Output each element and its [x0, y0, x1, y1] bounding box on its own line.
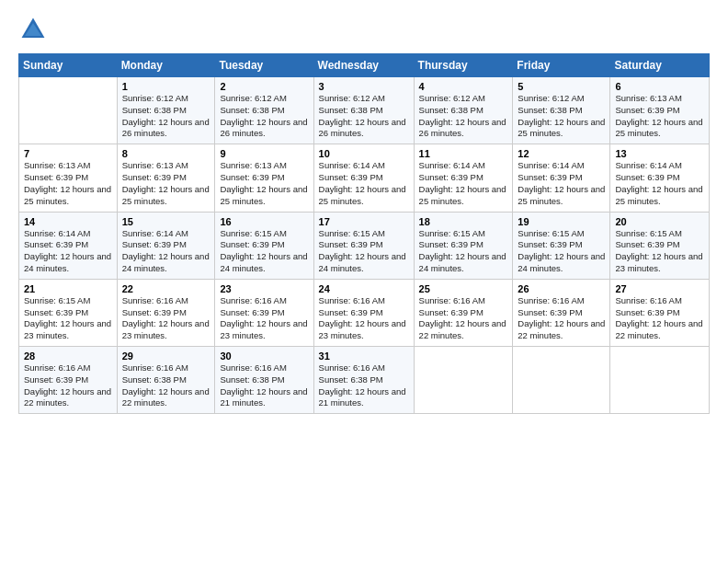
day-number: 3	[319, 81, 409, 92]
day-number: 20	[615, 216, 704, 227]
day-cell: 13Sunrise: 6:14 AM Sunset: 6:39 PM Dayli…	[610, 144, 710, 212]
day-info: Sunrise: 6:16 AM Sunset: 6:39 PM Dayligh…	[220, 295, 308, 342]
day-cell: 14Sunrise: 6:14 AM Sunset: 6:39 PM Dayli…	[19, 212, 118, 279]
day-cell	[19, 77, 118, 144]
day-info: Sunrise: 6:12 AM Sunset: 6:38 PM Dayligh…	[319, 93, 409, 140]
logo	[18, 15, 51, 44]
week-row-0: 1Sunrise: 6:12 AM Sunset: 6:38 PM Daylig…	[19, 77, 710, 144]
day-info: Sunrise: 6:12 AM Sunset: 6:38 PM Dayligh…	[122, 93, 210, 140]
day-cell	[610, 347, 710, 414]
day-number: 23	[220, 283, 308, 294]
header-cell-thursday: Thursday	[414, 54, 513, 77]
day-number: 30	[220, 350, 308, 362]
day-cell: 27Sunrise: 6:16 AM Sunset: 6:39 PM Dayli…	[610, 279, 710, 346]
day-number: 29	[122, 350, 210, 362]
day-number: 10	[319, 148, 409, 159]
day-cell: 4Sunrise: 6:12 AM Sunset: 6:38 PM Daylig…	[414, 77, 513, 144]
week-row-1: 7Sunrise: 6:13 AM Sunset: 6:39 PM Daylig…	[19, 144, 710, 212]
header-cell-sunday: Sunday	[19, 54, 118, 77]
day-info: Sunrise: 6:16 AM Sunset: 6:39 PM Dayligh…	[24, 362, 112, 409]
day-info: Sunrise: 6:14 AM Sunset: 6:39 PM Dayligh…	[615, 160, 704, 207]
day-info: Sunrise: 6:16 AM Sunset: 6:38 PM Dayligh…	[319, 362, 409, 409]
day-cell: 25Sunrise: 6:16 AM Sunset: 6:39 PM Dayli…	[414, 279, 513, 346]
day-number: 2	[220, 81, 308, 92]
day-cell: 21Sunrise: 6:15 AM Sunset: 6:39 PM Dayli…	[19, 279, 118, 346]
header-cell-saturday: Saturday	[610, 54, 710, 77]
day-number: 28	[24, 350, 112, 362]
day-info: Sunrise: 6:16 AM Sunset: 6:39 PM Dayligh…	[122, 295, 210, 342]
week-row-3: 21Sunrise: 6:15 AM Sunset: 6:39 PM Dayli…	[19, 279, 710, 346]
day-number: 4	[419, 81, 508, 92]
day-cell: 9Sunrise: 6:13 AM Sunset: 6:39 PM Daylig…	[215, 144, 313, 212]
week-row-2: 14Sunrise: 6:14 AM Sunset: 6:39 PM Dayli…	[19, 212, 710, 279]
day-info: Sunrise: 6:15 AM Sunset: 6:39 PM Dayligh…	[419, 228, 508, 275]
header-cell-wednesday: Wednesday	[313, 54, 414, 77]
day-cell: 12Sunrise: 6:14 AM Sunset: 6:39 PM Dayli…	[513, 144, 610, 212]
day-info: Sunrise: 6:16 AM Sunset: 6:38 PM Dayligh…	[122, 362, 210, 409]
day-info: Sunrise: 6:12 AM Sunset: 6:38 PM Dayligh…	[518, 93, 605, 140]
day-number: 16	[220, 216, 308, 227]
day-number: 22	[122, 283, 210, 294]
day-number: 11	[419, 148, 508, 159]
day-number: 6	[615, 81, 704, 92]
day-info: Sunrise: 6:15 AM Sunset: 6:39 PM Dayligh…	[220, 228, 308, 275]
day-cell: 31Sunrise: 6:16 AM Sunset: 6:38 PM Dayli…	[313, 347, 414, 414]
day-info: Sunrise: 6:16 AM Sunset: 6:39 PM Dayligh…	[518, 295, 605, 342]
day-cell: 30Sunrise: 6:16 AM Sunset: 6:38 PM Dayli…	[215, 347, 313, 414]
day-info: Sunrise: 6:15 AM Sunset: 6:39 PM Dayligh…	[615, 228, 704, 275]
day-info: Sunrise: 6:14 AM Sunset: 6:39 PM Dayligh…	[319, 160, 409, 207]
week-row-4: 28Sunrise: 6:16 AM Sunset: 6:39 PM Dayli…	[19, 347, 710, 414]
day-number: 5	[518, 81, 605, 92]
day-info: Sunrise: 6:14 AM Sunset: 6:39 PM Dayligh…	[122, 228, 210, 275]
day-number: 1	[122, 81, 210, 92]
calendar-table: SundayMondayTuesdayWednesdayThursdayFrid…	[18, 53, 710, 414]
header	[18, 15, 710, 44]
day-cell: 15Sunrise: 6:14 AM Sunset: 6:39 PM Dayli…	[117, 212, 215, 279]
day-cell: 7Sunrise: 6:13 AM Sunset: 6:39 PM Daylig…	[19, 144, 118, 212]
day-info: Sunrise: 6:16 AM Sunset: 6:39 PM Dayligh…	[419, 295, 508, 342]
day-number: 15	[122, 216, 210, 227]
day-cell: 5Sunrise: 6:12 AM Sunset: 6:38 PM Daylig…	[513, 77, 610, 144]
header-row: SundayMondayTuesdayWednesdayThursdayFrid…	[19, 54, 710, 77]
day-info: Sunrise: 6:13 AM Sunset: 6:39 PM Dayligh…	[24, 160, 112, 207]
day-cell: 2Sunrise: 6:12 AM Sunset: 6:38 PM Daylig…	[215, 77, 313, 144]
header-cell-friday: Friday	[513, 54, 610, 77]
day-cell: 23Sunrise: 6:16 AM Sunset: 6:39 PM Dayli…	[215, 279, 313, 346]
day-cell: 1Sunrise: 6:12 AM Sunset: 6:38 PM Daylig…	[117, 77, 215, 144]
day-info: Sunrise: 6:15 AM Sunset: 6:39 PM Dayligh…	[319, 228, 409, 275]
day-info: Sunrise: 6:12 AM Sunset: 6:38 PM Dayligh…	[419, 93, 508, 140]
day-cell: 22Sunrise: 6:16 AM Sunset: 6:39 PM Dayli…	[117, 279, 215, 346]
day-number: 8	[122, 148, 210, 159]
day-info: Sunrise: 6:14 AM Sunset: 6:39 PM Dayligh…	[518, 160, 605, 207]
page: SundayMondayTuesdayWednesdayThursdayFrid…	[0, 0, 728, 423]
day-info: Sunrise: 6:13 AM Sunset: 6:39 PM Dayligh…	[122, 160, 210, 207]
day-cell: 18Sunrise: 6:15 AM Sunset: 6:39 PM Dayli…	[414, 212, 513, 279]
day-cell: 10Sunrise: 6:14 AM Sunset: 6:39 PM Dayli…	[313, 144, 414, 212]
day-number: 7	[24, 148, 112, 159]
day-number: 18	[419, 216, 508, 227]
day-number: 27	[615, 283, 704, 294]
day-info: Sunrise: 6:13 AM Sunset: 6:39 PM Dayligh…	[615, 93, 704, 140]
day-cell: 26Sunrise: 6:16 AM Sunset: 6:39 PM Dayli…	[513, 279, 610, 346]
day-info: Sunrise: 6:16 AM Sunset: 6:38 PM Dayligh…	[220, 362, 308, 409]
logo-icon	[18, 15, 48, 44]
day-cell: 17Sunrise: 6:15 AM Sunset: 6:39 PM Dayli…	[313, 212, 414, 279]
day-info: Sunrise: 6:12 AM Sunset: 6:38 PM Dayligh…	[220, 93, 308, 140]
day-number: 9	[220, 148, 308, 159]
day-number: 26	[518, 283, 605, 294]
day-number: 17	[319, 216, 409, 227]
day-number: 21	[24, 283, 112, 294]
header-cell-monday: Monday	[117, 54, 215, 77]
day-cell: 3Sunrise: 6:12 AM Sunset: 6:38 PM Daylig…	[313, 77, 414, 144]
day-info: Sunrise: 6:16 AM Sunset: 6:39 PM Dayligh…	[615, 295, 704, 342]
day-info: Sunrise: 6:15 AM Sunset: 6:39 PM Dayligh…	[518, 228, 605, 275]
day-number: 14	[24, 216, 112, 227]
day-info: Sunrise: 6:13 AM Sunset: 6:39 PM Dayligh…	[220, 160, 308, 207]
day-number: 12	[518, 148, 605, 159]
day-number: 24	[319, 283, 409, 294]
day-cell: 8Sunrise: 6:13 AM Sunset: 6:39 PM Daylig…	[117, 144, 215, 212]
day-cell: 11Sunrise: 6:14 AM Sunset: 6:39 PM Dayli…	[414, 144, 513, 212]
day-cell: 29Sunrise: 6:16 AM Sunset: 6:38 PM Dayli…	[117, 347, 215, 414]
day-number: 13	[615, 148, 704, 159]
day-cell: 20Sunrise: 6:15 AM Sunset: 6:39 PM Dayli…	[610, 212, 710, 279]
